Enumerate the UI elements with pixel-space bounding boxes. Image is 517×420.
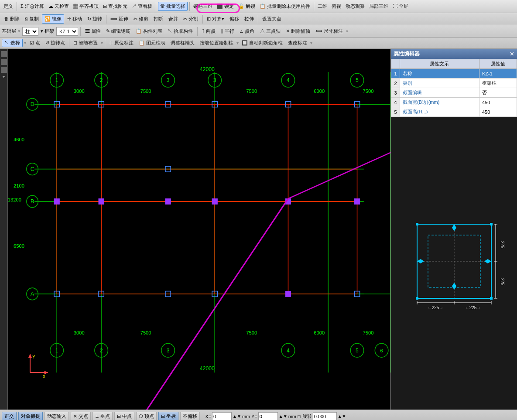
tb-break[interactable]: 打断 <box>151 15 165 23</box>
tb-fullscreen[interactable]: ⛶ 全屏 <box>391 2 410 10</box>
sep2 <box>156 2 156 11</box>
sb-orthogonal[interactable]: 正交 <box>2 412 17 420</box>
tb2-dotangle[interactable]: ∠ 点角 <box>237 27 257 35</box>
tb-delete[interactable]: 🗑 删除 <box>2 15 22 23</box>
sidebar-tool-1[interactable] <box>1 51 7 57</box>
tb-align[interactable]: ⊞ 对齐▾ <box>205 15 226 23</box>
tb-copy[interactable]: ⎘ 复制 <box>23 15 41 23</box>
x-label: X= <box>205 414 211 419</box>
prop-val-3[interactable]: 450 <box>479 98 517 107</box>
statusbar: 正交 对象捕捉 动态输入 ✕ 交点 ⊥ 垂点 ⊟ 中点 ⬡ 顶点 ⊞ 坐标 不偏… <box>0 410 517 420</box>
tb-view-board[interactable]: ↗ 查看板 <box>130 2 154 10</box>
svg-text:2100: 2100 <box>14 183 24 188</box>
tb-sum[interactable]: Σ 汇总计算 <box>19 2 46 10</box>
prop-close-btn[interactable]: ✕ <box>510 51 514 57</box>
canvas-area[interactable]: 1 2 3 3 4 5 1 2 3 4 5 6 <box>8 49 390 410</box>
sb-no-offset[interactable]: 不偏移 <box>180 412 200 420</box>
tb-lock[interactable]: ⬛ 锁定 <box>215 2 236 10</box>
sep-arrow: ▾ <box>18 28 21 34</box>
tb3-adjust-end[interactable]: 调整柱端头 <box>168 39 197 47</box>
tb-batch-del[interactable]: 📋 批量删除未使用构件 <box>258 2 312 10</box>
tb-drag[interactable]: 拉伸 <box>242 15 256 23</box>
sidebar-tool-2[interactable] <box>1 59 7 65</box>
tb-setpoint[interactable]: 设置夹点 <box>260 15 284 23</box>
prop-row-3[interactable]: 4 截面宽(B边)(mm) 450 <box>391 98 517 107</box>
svg-text:225: 225 <box>500 278 504 285</box>
tb-rotate[interactable]: ↻ 旋转 <box>85 15 104 23</box>
tb-dynamic[interactable]: 动态观察 <box>344 2 366 10</box>
tb-define[interactable]: 定义 <box>2 2 15 10</box>
tb-move[interactable]: ✛ 移动 <box>65 15 84 23</box>
tb3-rotate-point[interactable]: ↺ 旋转点 <box>43 39 67 47</box>
tb2-list[interactable]: 📋 构件列表 <box>134 27 164 35</box>
tb-batch-select[interactable]: 量 批量选择 <box>158 2 188 11</box>
prop-val-0[interactable]: KZ-1 <box>479 69 517 79</box>
tb-trim[interactable]: ✂ 修剪 <box>131 15 151 23</box>
rotate-label: 旋转 <box>302 413 312 420</box>
kz-select[interactable]: KZ-1 <box>56 27 78 36</box>
prop-title-bar: 属性编辑器 ✕ <box>391 49 517 59</box>
svg-text:7500: 7500 <box>140 330 151 335</box>
tb3-point[interactable]: ☑ 点 <box>27 39 42 47</box>
sidebar-tool-3[interactable] <box>1 67 7 73</box>
tb-offset[interactable]: 偏移 <box>227 15 241 23</box>
sep <box>80 27 81 36</box>
tb3-smart[interactable]: ⊟ 智能布置 <box>71 39 100 47</box>
sb-intersect[interactable]: ✕ 交点 <box>71 412 91 420</box>
tb2-two-point[interactable]: ⊺ 两点 <box>200 27 218 35</box>
tb-find[interactable]: ⊞ 查找图元 <box>101 2 129 10</box>
tb2-rebar[interactable]: ✎ 编辑钢筋 <box>104 27 133 35</box>
svg-text:D: D <box>31 101 34 107</box>
tb2-3point[interactable]: △ 三点轴 <box>258 27 283 35</box>
sidebar-label-f: F <box>2 76 6 79</box>
layer-select[interactable]: 柱 <box>22 27 38 36</box>
tb3-col-table[interactable]: 📋 图元柱表 <box>137 39 168 47</box>
prop-num-1: 2 <box>391 79 400 88</box>
svg-text:B: B <box>31 198 34 205</box>
tb3-check-label[interactable]: 查改标注 <box>286 39 309 47</box>
tb-2d[interactable]: 二维 <box>316 2 329 10</box>
tb-extend[interactable]: ⟹ 延伸 <box>108 15 130 23</box>
tb-merge[interactable]: 合并 <box>166 15 180 23</box>
svg-rect-107 <box>416 297 418 300</box>
tb3-select[interactable]: ↖ 选择 <box>2 39 23 47</box>
tb-mirror[interactable]: 🔁 镜像 <box>42 14 64 24</box>
prop-val-1[interactable]: 框架柱 <box>479 79 517 88</box>
tb2-pick[interactable]: ↖ 拾取构件 <box>165 27 195 35</box>
tb-flatten[interactable]: ▦ 平齐板顶 <box>72 2 100 10</box>
tb2-del-aux[interactable]: ✕ 删除辅轴 <box>284 27 312 35</box>
svg-text:4: 4 <box>287 77 290 83</box>
prop-row-1[interactable]: 2 类别 框架柱 <box>391 79 517 88</box>
tb2-prop[interactable]: ☰ 属性 <box>83 27 103 35</box>
sb-midpoint[interactable]: ⊟ 中点 <box>114 412 134 420</box>
toolbar3: ↖ 选择 ▾ ☑ 点 ↺ 旋转点 ⊟ 智能布置 ▾ ⊹ 原位标注 📋 图元柱表 … <box>0 38 517 49</box>
prop-row-0[interactable]: 1 名称 KZ-1 <box>391 69 517 79</box>
tb-rebar3d[interactable]: 钢筋三维 <box>192 2 214 10</box>
tb-unlock[interactable]: 🔓 解锁 <box>236 2 257 10</box>
prop-attr-1: 类别 <box>400 79 479 88</box>
sb-coord[interactable]: ⊞ 坐标 <box>158 412 178 420</box>
tb-local3d[interactable]: 局部三维 <box>367 2 390 10</box>
tb-topview[interactable]: 俯视 <box>330 2 343 10</box>
sb-dynamic-input[interactable]: 动态输入 <box>45 412 69 420</box>
y-input[interactable] <box>258 412 278 420</box>
tb3-auto-corner[interactable]: 🔲 自动判断边角柱 <box>240 39 285 47</box>
tb-cloud[interactable]: ☁ 云检查 <box>47 2 71 10</box>
rotate-input[interactable] <box>313 412 337 420</box>
prop-val-4[interactable]: 450 <box>479 107 517 117</box>
x-input[interactable] <box>212 412 232 420</box>
prop-row-4[interactable]: 5 截面高(H...) 450 <box>391 107 517 117</box>
tb3-orig-label[interactable]: ⊹ 原位标注 <box>107 39 136 47</box>
tb3-draw-by-wall[interactable]: 按墙位置绘制柱 <box>198 39 236 47</box>
sb-perp[interactable]: ⊥ 垂点 <box>92 412 113 420</box>
prop-num-2: 3 <box>391 88 400 98</box>
sb-endpoint[interactable]: ⬡ 顶点 <box>136 412 157 420</box>
prop-val-2[interactable]: 否 <box>479 88 517 98</box>
prop-row-2[interactable]: 3 截面编辑 否 <box>391 88 517 98</box>
tb2-dim[interactable]: ⟺ 尺寸标注 <box>313 27 345 35</box>
sb-snap[interactable]: 对象捕捉 <box>18 412 43 420</box>
tb-split[interactable]: ✂ 分割 <box>181 15 200 23</box>
toolbar-top: 定义 Σ 汇总计算 ☁ 云检查 ▦ 平齐板顶 ⊞ 查找图元 ↗ 查看板 量 批量… <box>0 0 517 13</box>
toolbar2: 基础层 ▾ 柱 ▾ 框架 KZ-1 ☰ 属性 ✎ 编辑钢筋 📋 构件列表 ↖ 拾… <box>0 25 517 38</box>
tb2-parallel[interactable]: ∥ 平行 <box>219 27 236 35</box>
